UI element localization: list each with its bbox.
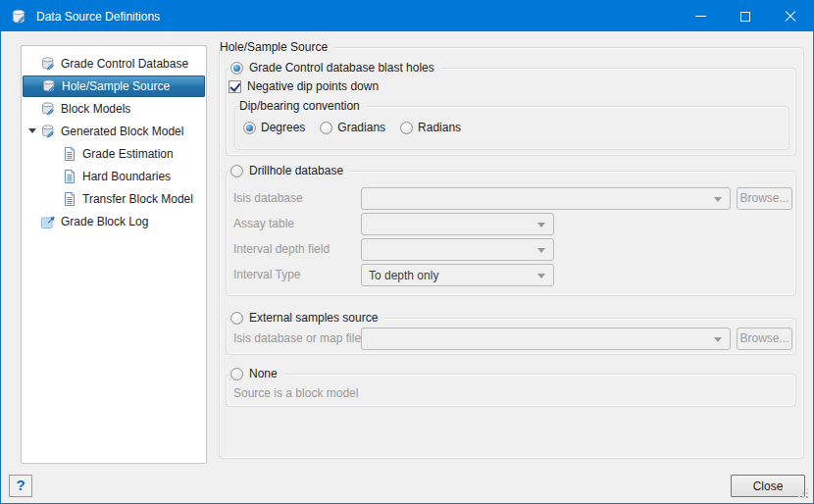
- hole-sample-source-group: Hole/Sample Source Grade Control databas…: [219, 47, 804, 459]
- help-button[interactable]: ?: [9, 475, 32, 497]
- interval-type-label: Interval Type: [233, 268, 300, 281]
- interval-type-value: To depth only: [369, 269, 438, 282]
- tree-item-generated-block-model[interactable]: Generated Block Model: [23, 121, 205, 142]
- database-edit-icon: [41, 78, 57, 94]
- tree-item-label: Hole/Sample Source: [62, 79, 170, 93]
- assay-table-combobox[interactable]: [361, 213, 554, 235]
- drillhole-radio[interactable]: [230, 165, 243, 177]
- minimize-icon: [695, 16, 706, 17]
- external-samples-radio-label: External samples source: [249, 311, 378, 325]
- isis-database-label: Isis database: [233, 191, 303, 205]
- degrees-radio[interactable]: [243, 122, 256, 134]
- external-samples-group: External samples source Isis database or…: [226, 318, 796, 355]
- degrees-option[interactable]: Degrees: [243, 121, 305, 134]
- gradians-label: Gradians: [337, 121, 385, 134]
- radians-option[interactable]: Radians: [400, 121, 461, 134]
- block-log-icon: [40, 214, 56, 229]
- gradians-option[interactable]: Gradians: [320, 121, 385, 134]
- database-edit-icon: [40, 124, 56, 139]
- tree-item-hole-sample-source[interactable]: Hole/Sample Source: [23, 76, 205, 97]
- assay-table-label: Assay table: [233, 217, 294, 230]
- interval-type-combobox[interactable]: To depth only: [361, 264, 554, 286]
- close-button[interactable]: Close: [731, 475, 805, 497]
- isis-database-browse-button[interactable]: Browse...: [737, 187, 792, 210]
- chevron-down-icon: [537, 223, 545, 227]
- gradians-radio[interactable]: [320, 122, 332, 134]
- window-title: Data Source Definitions: [36, 10, 160, 24]
- radians-radio[interactable]: [400, 122, 413, 134]
- tree-item-label: Hard Boundaries: [82, 170, 171, 183]
- isis-map-file-label: Isis database or map file: [233, 331, 361, 345]
- maximize-icon: [740, 12, 750, 22]
- document-icon: [62, 169, 77, 184]
- tree-item-label: Grade Estimation: [82, 147, 174, 161]
- blast-holes-radio[interactable]: [230, 62, 243, 75]
- close-window-button[interactable]: [768, 1, 813, 31]
- close-icon: [785, 11, 796, 23]
- tree-item-grade-block-log[interactable]: Grade Block Log: [23, 211, 205, 232]
- help-icon: ?: [16, 477, 25, 493]
- tree-item-label: Block Models: [61, 102, 130, 116]
- tree-item-label: Grade Control Database: [61, 57, 188, 71]
- negative-dip-label: Negative dip points down: [247, 79, 379, 93]
- navigation-tree: Grade Control Database Hole/Sample Sourc…: [21, 45, 207, 464]
- dip-bearing-title: Dip/bearing convention: [239, 99, 360, 113]
- dip-bearing-group: Dip/bearing convention Degrees Gradians …: [234, 106, 789, 150]
- chevron-down-icon: [537, 248, 545, 253]
- maximize-button[interactable]: [723, 1, 768, 31]
- chevron-down-icon: [714, 337, 722, 342]
- document-icon: [62, 146, 77, 162]
- database-edit-icon: [40, 56, 56, 72]
- tree-item-grade-estimation[interactable]: Grade Estimation: [23, 143, 205, 165]
- tree-item-grade-control-database[interactable]: Grade Control Database: [23, 53, 205, 75]
- none-radio-label: None: [249, 367, 278, 380]
- blast-holes-group: Grade Control database blast holes Negat…: [226, 68, 796, 156]
- drillhole-radio-label: Drillhole database: [249, 164, 343, 177]
- dip-bearing-options: Degrees Gradians Radians: [243, 121, 461, 134]
- document-icon: [62, 191, 77, 207]
- interval-depth-field-combobox[interactable]: [361, 238, 554, 261]
- database-edit-icon: [40, 101, 56, 117]
- degrees-label: Degrees: [261, 121, 305, 134]
- tree-item-label: Transfer Block Model: [82, 192, 193, 206]
- drillhole-group: Drillhole database Isis database Browse.…: [226, 171, 796, 296]
- isis-map-file-browse-button[interactable]: Browse...: [737, 328, 792, 350]
- browse-label: Browse...: [739, 331, 789, 345]
- tree-item-hard-boundaries[interactable]: Hard Boundaries: [23, 166, 205, 187]
- minimize-button[interactable]: [678, 1, 723, 31]
- chevron-down-icon: [537, 274, 545, 278]
- tree-item-transfer-block-model[interactable]: Transfer Block Model: [23, 188, 205, 210]
- negative-dip-row: Negative dip points down: [229, 79, 379, 93]
- group-title: Hole/Sample Source: [220, 39, 334, 55]
- browse-label: Browse...: [739, 191, 789, 205]
- none-description: Source is a block model: [233, 386, 358, 400]
- database-icon: [10, 8, 27, 25]
- chevron-down-icon: [714, 197, 722, 202]
- resize-grip[interactable]: [796, 486, 808, 498]
- none-radio[interactable]: [230, 368, 243, 380]
- expander-icon[interactable]: [28, 128, 36, 133]
- isis-database-combobox[interactable]: [361, 187, 731, 210]
- titlebar[interactable]: Data Source Definitions: [1, 1, 813, 31]
- close-button-label: Close: [753, 479, 784, 493]
- window-controls: [678, 1, 813, 31]
- blast-holes-radio-label: Grade Control database blast holes: [249, 61, 434, 75]
- group-title-text: Hole/Sample Source: [220, 40, 328, 54]
- none-group: None Source is a block model: [226, 374, 796, 407]
- external-samples-radio[interactable]: [230, 312, 243, 325]
- tree-item-label: Generated Block Model: [61, 125, 183, 138]
- negative-dip-checkbox[interactable]: [229, 80, 241, 93]
- isis-map-file-combobox[interactable]: [361, 328, 731, 350]
- interval-depth-field-label: Interval depth field: [233, 242, 330, 256]
- tree-item-block-models[interactable]: Block Models: [23, 98, 205, 120]
- data-source-definitions-dialog: Data Source Definitions Grade Control Da…: [0, 0, 814, 504]
- tree-item-label: Grade Block Log: [61, 215, 148, 228]
- radians-label: Radians: [418, 121, 461, 134]
